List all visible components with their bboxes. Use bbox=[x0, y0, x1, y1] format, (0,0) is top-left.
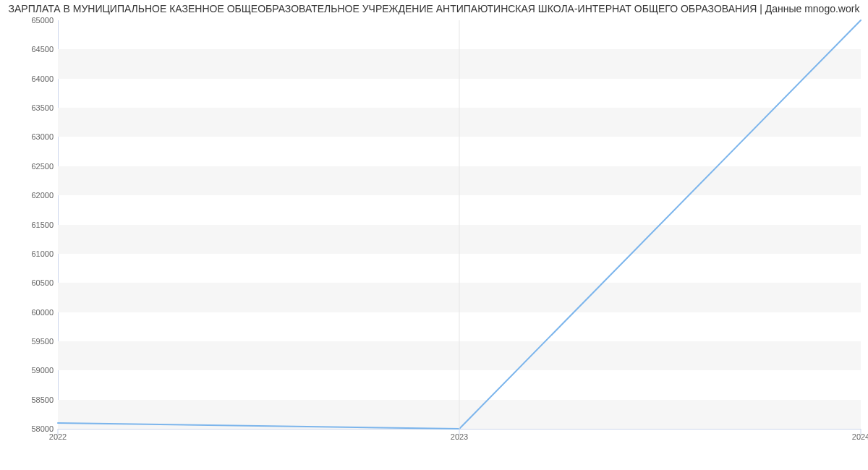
y-tick-label: 64000 bbox=[10, 74, 54, 83]
y-tick-label: 65000 bbox=[10, 16, 54, 25]
y-tick-label: 64500 bbox=[10, 45, 54, 54]
y-tick-label: 58500 bbox=[10, 396, 54, 404]
y-tick-label: 59000 bbox=[10, 366, 54, 375]
x-tick-label: 2023 bbox=[451, 432, 468, 441]
y-tick-label: 60000 bbox=[10, 308, 54, 317]
y-tick-label: 62500 bbox=[10, 162, 54, 171]
chart-title: ЗАРПЛАТА В МУНИЦИПАЛЬНОЕ КАЗЕННОЕ ОБЩЕОБ… bbox=[0, 0, 868, 16]
y-tick-label: 61500 bbox=[10, 221, 54, 229]
y-tick-label: 63000 bbox=[10, 132, 54, 141]
y-tick-label: 60500 bbox=[10, 278, 54, 287]
x-tick-label: 2024 bbox=[852, 432, 868, 441]
y-tick-label: 58000 bbox=[10, 424, 54, 433]
x-tick-label: 2022 bbox=[49, 432, 67, 441]
y-tick-label: 63500 bbox=[10, 103, 54, 112]
salary-line-chart: ЗАРПЛАТА В МУНИЦИПАЛЬНОЕ КАЗЕННОЕ ОБЩЕОБ… bbox=[0, 0, 868, 470]
y-tick-label: 59500 bbox=[10, 337, 54, 346]
y-tick-label: 62000 bbox=[10, 191, 54, 200]
y-tick-label: 61000 bbox=[10, 249, 54, 258]
